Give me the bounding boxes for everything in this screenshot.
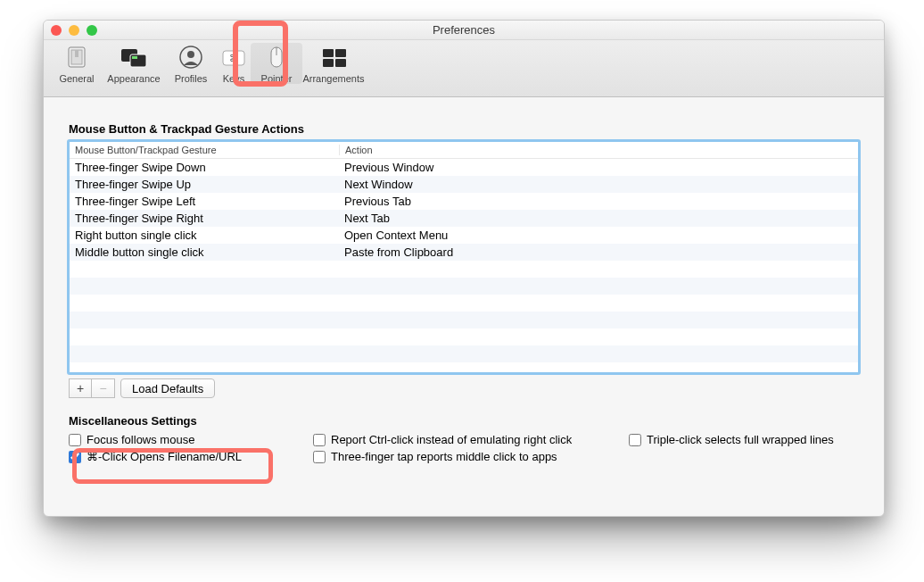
toolbar-item-appearance[interactable]: Appearance xyxy=(103,43,165,84)
cell-action: Next Tab xyxy=(339,212,858,225)
cell-gesture: Three-finger Swipe Left xyxy=(70,195,339,208)
checkbox-focus-follows-mouse[interactable]: Focus follows mouse xyxy=(69,433,292,446)
table-row-empty[interactable] xyxy=(70,345,858,362)
toolbar-label: General xyxy=(59,73,94,84)
grid-icon xyxy=(319,43,348,71)
keyboard-icon: ⌘ xyxy=(219,43,248,71)
gesture-section-title: Mouse Button & Trackpad Gesture Actions xyxy=(69,122,859,136)
table-body: Three-finger Swipe DownPrevious WindowTh… xyxy=(70,159,858,371)
table-row[interactable]: Three-finger Swipe RightNext Tab xyxy=(70,210,858,227)
cell-gesture: Middle button single click xyxy=(70,245,339,259)
toolbar-item-pointer[interactable]: Pointer xyxy=(251,43,302,84)
cell-action: Open Context Menu xyxy=(339,229,858,242)
toolbar-label: Pointer xyxy=(261,73,293,84)
cell-action: Next Window xyxy=(339,178,858,191)
misc-settings: Focus follows mouse⌘-Click Opens Filenam… xyxy=(69,433,859,463)
add-button[interactable]: + xyxy=(69,378,92,398)
cell-gesture: Right button single click xyxy=(70,229,339,242)
svg-rect-5 xyxy=(132,56,137,59)
table-header: Mouse Button/Trackpad Gesture Action xyxy=(70,142,858,159)
svg-text:⌘: ⌘ xyxy=(229,53,239,63)
svg-rect-14 xyxy=(323,59,334,67)
checkbox-input[interactable] xyxy=(313,434,326,446)
checkbox-report-ctrl-click[interactable]: Report Ctrl-click instead of emulating r… xyxy=(313,433,607,446)
misc-section-title: Miscellaneous Settings xyxy=(69,414,859,428)
mouse-icon xyxy=(262,43,291,71)
checkbox-label: Focus follows mouse xyxy=(87,433,194,446)
window-title: Preferences xyxy=(44,23,884,37)
remove-button[interactable]: − xyxy=(92,378,115,398)
checkbox-label: Triple-click selects full wrapped lines xyxy=(647,433,834,446)
checkbox-input[interactable] xyxy=(313,451,326,463)
load-defaults-button[interactable]: Load Defaults xyxy=(120,378,215,398)
checkbox-input[interactable] xyxy=(629,434,641,446)
table-header-gesture[interactable]: Mouse Button/Trackpad Gesture xyxy=(70,145,340,155)
cell-action: Previous Tab xyxy=(339,195,858,208)
svg-point-7 xyxy=(187,51,194,58)
table-row[interactable]: Right button single clickOpen Context Me… xyxy=(70,227,858,244)
cell-gesture: Three-finger Swipe Down xyxy=(70,161,339,174)
preferences-window: Preferences General Appearance Profiles xyxy=(43,20,885,517)
table-row[interactable]: Middle button single clickPaste from Cli… xyxy=(70,244,858,261)
cell-gesture: Three-finger Swipe Up xyxy=(70,178,339,191)
toolbar-item-profiles[interactable]: Profiles xyxy=(165,43,217,84)
checkbox-label: Report Ctrl-click instead of emulating r… xyxy=(331,433,572,446)
toolbar-label: Profiles xyxy=(175,73,208,84)
misc-col-3: Triple-click selects full wrapped lines xyxy=(629,433,834,463)
titlebar: Preferences xyxy=(44,21,884,40)
svg-rect-13 xyxy=(335,49,346,57)
misc-col-2: Report Ctrl-click instead of emulating r… xyxy=(313,433,607,463)
table-row[interactable]: Three-finger Swipe UpNext Window xyxy=(70,176,858,193)
toolbar-item-general[interactable]: General xyxy=(51,43,103,84)
toolbar-label: Arrangements xyxy=(302,73,364,84)
table-row-empty[interactable] xyxy=(70,261,858,278)
cell-action: Paste from Clipboard xyxy=(339,245,858,259)
table-row-empty[interactable] xyxy=(70,328,858,345)
table-header-action[interactable]: Action xyxy=(340,145,858,155)
checkbox-input[interactable] xyxy=(69,434,81,446)
content-area: Mouse Button & Trackpad Gesture Actions … xyxy=(44,97,884,478)
svg-rect-2 xyxy=(75,50,78,57)
checkbox-triple-click-wrapped[interactable]: Triple-click selects full wrapped lines xyxy=(629,433,834,446)
misc-col-1: Focus follows mouse⌘-Click Opens Filenam… xyxy=(69,433,292,463)
checkbox-label: ⌘-Click Opens Filename/URL xyxy=(87,450,242,463)
svg-rect-12 xyxy=(323,49,334,57)
gesture-table[interactable]: Mouse Button/Trackpad Gesture Action Thr… xyxy=(69,141,859,373)
checkbox-cmd-click-opens[interactable]: ⌘-Click Opens Filename/URL xyxy=(69,450,292,463)
table-button-row: + − Load Defaults xyxy=(69,378,859,398)
table-row[interactable]: Three-finger Swipe LeftPrevious Tab xyxy=(70,193,858,210)
table-row-empty[interactable] xyxy=(70,278,858,295)
toolbar-label: Keys xyxy=(223,73,244,84)
cell-action: Previous Window xyxy=(339,161,858,174)
switch-icon xyxy=(62,43,91,71)
toolbar-item-arrangements[interactable]: Arrangements xyxy=(302,43,365,84)
checkbox-input[interactable] xyxy=(69,451,81,463)
toolbar-label: Appearance xyxy=(107,73,160,84)
cell-gesture: Three-finger Swipe Right xyxy=(70,212,339,225)
checkbox-label: Three-finger tap reports middle click to… xyxy=(331,450,557,463)
toolbar: General Appearance Profiles ⌘ Keys xyxy=(44,40,884,97)
table-row[interactable]: Three-finger Swipe DownPrevious Window xyxy=(70,159,858,176)
table-row-empty[interactable] xyxy=(70,295,858,312)
windows-icon xyxy=(120,43,148,71)
profile-icon xyxy=(177,43,205,71)
toolbar-item-keys[interactable]: ⌘ Keys xyxy=(217,43,251,84)
table-row-empty[interactable] xyxy=(70,312,858,328)
svg-rect-15 xyxy=(335,59,346,67)
checkbox-three-finger-tap[interactable]: Three-finger tap reports middle click to… xyxy=(313,450,607,463)
